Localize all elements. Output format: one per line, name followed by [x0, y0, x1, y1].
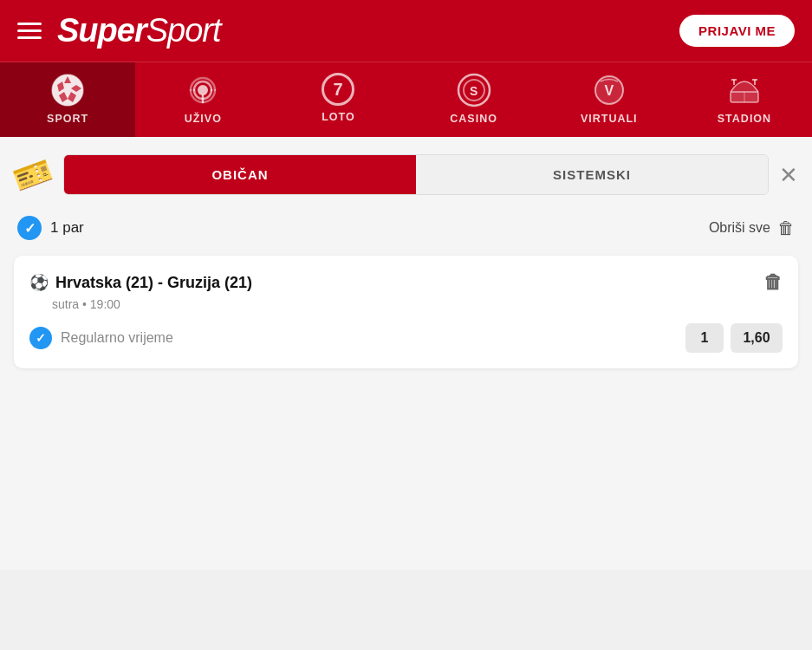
bet-right: 1 1,60	[685, 323, 783, 353]
casino-icon: S	[457, 73, 491, 107]
match-card: ⚽ Hrvatska (21) - Gruzija (21) 🗑 sutra •…	[14, 256, 798, 368]
match-title: ⚽ Hrvatska (21) - Gruzija (21) 🗑	[29, 271, 783, 294]
bet-left: ✓ Regularno vrijeme	[29, 327, 173, 349]
uzivo-tab-label: UŽIVO	[185, 113, 222, 125]
casino-tab-label: CASINO	[450, 113, 497, 125]
tab-obican[interactable]: OBIČAN	[64, 155, 416, 194]
tab-loto[interactable]: 7 LOTO	[270, 62, 406, 137]
delete-all-button[interactable]: Obriši sve 🗑	[709, 218, 795, 238]
virtuali-tab-label: VIRTUALI	[581, 113, 638, 125]
ticket-icon: 🎫	[9, 151, 58, 198]
tab-uzivo[interactable]: UŽIVO	[135, 62, 270, 137]
svg-point-7	[198, 85, 208, 95]
loto-tab-label: LOTO	[322, 111, 355, 123]
virtuali-icon: V	[592, 73, 627, 107]
pairs-row: ✓ 1 par Obriši sve 🗑	[14, 216, 798, 240]
login-button[interactable]: PRIJAVI ME	[679, 15, 795, 47]
trash-all-icon: 🗑	[777, 218, 795, 238]
tab-sport[interactable]: SPORT	[0, 62, 135, 137]
betslip-row: 🎫 OBIČAN SISTEMSKI ✕	[14, 154, 798, 195]
header: SuperSport PRIJAVI ME	[0, 0, 812, 62]
betslip-tabs: OBIČAN SISTEMSKI	[63, 154, 769, 195]
pairs-left: ✓ 1 par	[17, 216, 84, 240]
pairs-check-icon: ✓	[17, 216, 42, 240]
main-content: 🎫 OBIČAN SISTEMSKI ✕ ✓ 1 par Obriši sve …	[0, 137, 812, 570]
bet-odds-value: 1,60	[731, 323, 783, 353]
svg-text:S: S	[470, 84, 478, 98]
stadion-tab-label: STADION	[718, 113, 771, 125]
main-navigation: SPORT UŽIVO 7 LOTO S CASINO V	[0, 62, 812, 137]
stadion-icon	[727, 73, 762, 107]
tab-casino[interactable]: S CASINO	[406, 62, 542, 137]
hamburger-menu-icon[interactable]	[17, 23, 42, 39]
tab-stadion[interactable]: STADION	[677, 62, 812, 137]
bet-check-icon[interactable]: ✓	[29, 327, 52, 349]
sport-tab-label: SPORT	[47, 113, 88, 125]
svg-text:V: V	[604, 83, 614, 98]
delete-all-label: Obriši sve	[709, 220, 770, 236]
uzivo-icon	[185, 73, 220, 107]
match-time: sutra • 19:00	[52, 297, 783, 311]
bet-outcome-value[interactable]: 1	[685, 323, 724, 353]
tab-virtuali[interactable]: V VIRTUALI	[542, 62, 677, 137]
bet-type-label: Regularno vrijeme	[61, 330, 173, 346]
match-name: Hrvatska (21) - Gruzija (21)	[55, 274, 252, 292]
close-button[interactable]: ✕	[779, 164, 798, 186]
pairs-count: 1 par	[50, 219, 84, 237]
match-delete-icon[interactable]: 🗑	[763, 271, 783, 294]
sport-icon	[50, 73, 85, 107]
match-bet-row: ✓ Regularno vrijeme 1 1,60	[29, 323, 783, 353]
tab-sistemski[interactable]: SISTEMSKI	[416, 155, 768, 194]
header-left: SuperSport	[17, 12, 221, 49]
site-logo: SuperSport	[57, 12, 221, 49]
match-sport-icon: ⚽	[29, 273, 49, 292]
loto-icon: 7	[322, 73, 354, 106]
